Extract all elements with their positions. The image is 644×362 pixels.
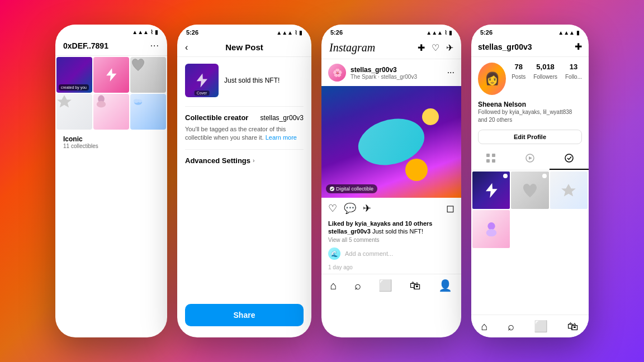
phone2-signal-icon: ▲▲▲ [276, 30, 293, 36]
nav-reels-icon[interactable]: ⬜ [378, 279, 392, 292]
star-icon-1 [56, 94, 72, 109]
nft-item-4[interactable] [56, 94, 92, 130]
profile-stats: 78 Posts 5,018 Followers 13 Follo... [512, 63, 582, 81]
profile-bio: Sheena Nelson Followed by kyia_kayaks, l… [471, 101, 589, 127]
figure-icon-1 [93, 94, 109, 109]
following-count: 13 [565, 63, 582, 71]
check-circle-icon [330, 187, 334, 191]
tab-collectibles[interactable] [550, 149, 589, 170]
phone2-status-icons: ▲▲▲ ⌇ ▮ [276, 30, 302, 36]
post-image: Digital collectible [321, 86, 461, 198]
phone2-battery-icon: ▮ [299, 30, 302, 36]
bookmark-icon[interactable]: ◻ [446, 202, 454, 215]
nft-item-6[interactable] [130, 94, 166, 130]
add-post-icon[interactable]: ✚ [418, 42, 425, 53]
edit-profile-button[interactable]: Edit Profile [478, 130, 582, 144]
view-comments[interactable]: View all 5 comments [321, 237, 461, 243]
phone1-wifi-icon: ⌇ [150, 29, 153, 35]
nft-item-5[interactable] [93, 94, 129, 130]
heart-collectible-icon [521, 182, 539, 199]
profile-tabs [471, 149, 589, 170]
star-collectible-icon [561, 183, 576, 198]
phone2-content: Cover Just sold this NFT! Collectible cr… [177, 57, 311, 178]
comment-icon[interactable]: 💬 [344, 202, 356, 215]
multiple-indicator-2 [542, 174, 547, 178]
p4-nav-search-icon[interactable]: ⌕ [508, 320, 514, 333]
collectible-item-2[interactable] [511, 172, 548, 209]
add-content-icon[interactable]: ✚ [575, 41, 582, 52]
bolt-collectible-icon [482, 182, 500, 199]
collectible-item-1[interactable] [472, 172, 510, 209]
collectibles-grid [471, 170, 589, 249]
post-username[interactable]: stellas_gr00v3 [351, 66, 417, 74]
post-avatar[interactable]: 🌸 [328, 64, 346, 82]
svg-rect-9 [492, 159, 495, 163]
p4-nav-shop-icon[interactable]: 🛍 [567, 320, 579, 333]
like-icon[interactable]: ♡ [328, 202, 337, 215]
posts-count: 78 [512, 63, 525, 71]
learn-more-link[interactable]: Learn more [266, 134, 297, 141]
instagram-post: 🌸 stellas_gr00v3 The Spark · stellas_gr0… [321, 59, 461, 274]
phone4-header: stellas_gr00v3 ✚ [471, 38, 589, 57]
phone-3: 5:26 ▲▲▲ ⌇ ▮ Instagram ✚ ♡ ✈ 🌸 stellas_g… [321, 25, 461, 337]
phone2-nav: ‹ New Post [177, 38, 311, 57]
post-caption: stellas_gr00v3 Just sold this NFT! [321, 228, 461, 237]
nft-item-2[interactable] [93, 57, 129, 93]
phone2-status-bar: 5:26 ▲▲▲ ⌇ ▮ [177, 25, 311, 38]
nav-shop-icon[interactable]: 🛍 [410, 279, 421, 292]
collectibles-icon [564, 153, 574, 163]
collectible-item-3[interactable] [550, 172, 588, 209]
bolt-icon-1 [103, 67, 119, 83]
share-post-icon[interactable]: ✈ [363, 202, 371, 215]
phone4-status-icons: ▲▲▲ ▮ [558, 30, 580, 36]
caption-username[interactable]: stellas_gr00v3 [328, 228, 371, 235]
p4-nav-home-icon[interactable]: ⌂ [481, 320, 488, 333]
tab-reels[interactable] [510, 149, 550, 170]
post-actions: ♡ 💬 ✈ ◻ [321, 198, 461, 219]
messenger-icon[interactable]: ✈ [446, 42, 453, 53]
advanced-settings[interactable]: Advanced Settings › [185, 149, 304, 172]
phone1-menu-icon[interactable]: ··· [150, 41, 159, 51]
nft-item-3[interactable] [130, 57, 166, 93]
heart-3d-icon-1 [130, 57, 146, 73]
cover-nft-icon [193, 72, 210, 89]
bio-subtitle: Followed by kyia_kayaks, lil_wyatt838 an… [478, 108, 582, 124]
post-action-left: ♡ 💬 ✈ [328, 202, 371, 215]
phone4-battery-icon: ▮ [576, 30, 580, 36]
tab-grid[interactable] [471, 149, 510, 170]
post-timestamp: 1 day ago [321, 262, 461, 274]
comment-input[interactable]: Add a comment... [345, 250, 393, 257]
nav-profile-icon[interactable]: 👤 [438, 279, 452, 292]
creator-username: stellas_gr00v3 [261, 114, 304, 122]
stat-following: 13 Follo... [565, 63, 582, 81]
phone3-header: Instagram ✚ ♡ ✈ [321, 38, 461, 59]
following-label: Follo... [565, 74, 582, 80]
nav-home-icon[interactable]: ⌂ [330, 279, 337, 292]
svg-point-4 [138, 99, 142, 103]
digital-badge-text: Digital collectible [336, 186, 373, 192]
phone3-status-icons: ▲▲▲ ⌇ ▮ [426, 30, 452, 36]
nft-item-1[interactable]: created by you [56, 57, 92, 93]
p4-nav-reels-icon[interactable]: ⬜ [534, 320, 548, 333]
nav-search-icon[interactable]: ⌕ [354, 279, 361, 292]
cover-thumbnail[interactable]: Cover [185, 64, 219, 97]
reels-icon [525, 153, 535, 163]
svg-point-3 [134, 99, 139, 103]
phone2-wifi-icon: ⌇ [295, 30, 297, 36]
back-button[interactable]: ‹ [185, 42, 188, 53]
blob-shape-3 [422, 108, 439, 125]
multiple-indicator-1 [503, 174, 508, 178]
share-button[interactable]: Share [185, 304, 304, 326]
phone1-header: 0xDEF..7891 ··· [55, 37, 167, 56]
heart-icon[interactable]: ♡ [432, 42, 439, 53]
cloud-icon-1 [130, 94, 146, 109]
instagram-logo: Instagram [329, 41, 375, 54]
digital-collectible-badge[interactable]: Digital collectible [326, 184, 377, 193]
phone1-signal-icon: ▲▲▲ [132, 29, 149, 35]
stat-posts: 78 Posts [512, 63, 525, 81]
post-menu-icon[interactable]: ··· [447, 68, 454, 78]
collectible-item-4[interactable] [472, 210, 510, 247]
phone4-time: 5:26 [480, 29, 493, 36]
caption-text: Just sold this NFT! [372, 228, 423, 235]
phone1-status-icons: ▲▲▲ ⌇ ▮ [132, 29, 158, 35]
